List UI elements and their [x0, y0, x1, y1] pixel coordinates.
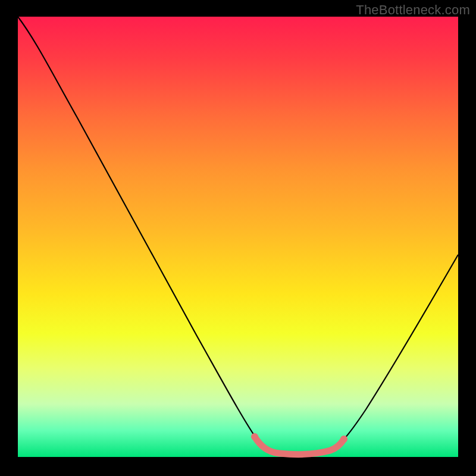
- highlight-band: [255, 437, 344, 455]
- chart-container: [18, 17, 458, 457]
- chart-svg: [18, 17, 458, 457]
- bottleneck-curve: [18, 17, 458, 454]
- highlight-dot-left: [251, 433, 258, 440]
- attribution-label: TheBottleneck.com: [356, 2, 470, 18]
- highlight-dot-right: [340, 436, 347, 443]
